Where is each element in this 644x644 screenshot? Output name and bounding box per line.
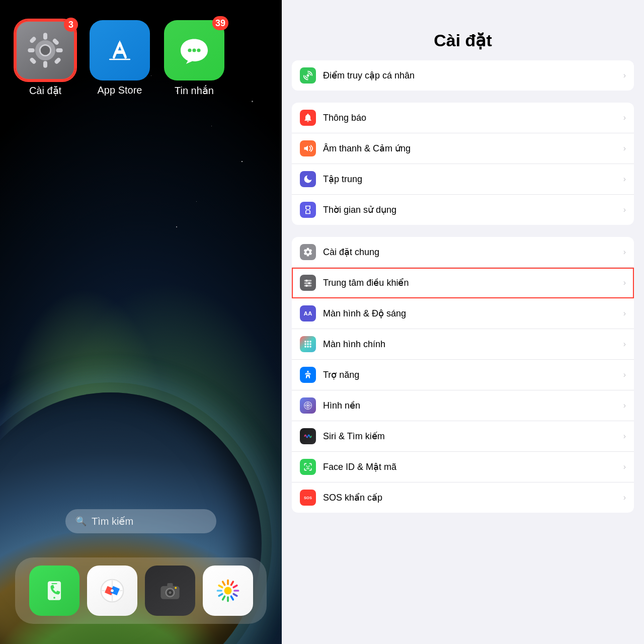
hotspot-chevron: ›	[623, 71, 626, 80]
hourglass-svg	[303, 205, 313, 215]
group-notifications: Thông báo › Âm thanh & Cảm ứng ›	[292, 103, 634, 225]
row-notifications[interactable]: Thông báo ›	[292, 103, 634, 133]
faceid-label: Face ID & Mật mã	[323, 461, 616, 472]
photos-icon	[214, 577, 242, 605]
appstore-app[interactable]: A App Store	[90, 20, 150, 97]
settings-app-icon[interactable]: 3	[15, 20, 75, 80]
svg-point-15	[192, 48, 196, 52]
row-sounds[interactable]: Âm thanh & Cảm ứng ›	[292, 133, 634, 164]
row-siri[interactable]: Siri & Tìm kiếm ›	[292, 421, 634, 452]
group-general: Cài đặt chung ›	[292, 237, 634, 513]
svg-rect-34	[233, 590, 239, 592]
row-faceid[interactable]: Face ID & Mật mã ›	[292, 452, 634, 482]
settings-badge: 3	[64, 18, 78, 32]
focus-icon	[300, 171, 316, 187]
camera-icon	[156, 577, 184, 605]
svg-rect-41	[217, 584, 223, 589]
siri-svg	[303, 431, 313, 441]
dock-phone[interactable]	[29, 566, 79, 616]
settings-app[interactable]: 3 Cài đặt	[15, 20, 75, 97]
notifications-label: Thông báo	[323, 113, 616, 123]
svg-point-43	[307, 74, 309, 77]
display-icon: AA	[300, 305, 316, 321]
row-homescreen[interactable]: Màn hình chính ›	[292, 329, 634, 360]
svg-rect-45	[304, 282, 312, 284]
sos-svg: SOS	[303, 493, 313, 503]
section-notifications: Thông báo › Âm thanh & Cảm ứng ›	[292, 103, 634, 225]
hotspot-label: Điểm truy cập cá nhân	[323, 70, 616, 81]
svg-rect-53	[309, 341, 311, 342]
svg-rect-52	[307, 341, 308, 342]
phone-icon	[40, 577, 68, 605]
dock-camera[interactable]	[145, 566, 195, 616]
svg-rect-57	[304, 346, 306, 347]
row-display[interactable]: AA Màn hình & Độ sáng ›	[292, 298, 634, 329]
accessibility-chevron: ›	[623, 370, 626, 379]
row-sos[interactable]: SOS SOS khẩn cấp ›	[292, 482, 634, 513]
settings-header: Cài đặt	[282, 0, 644, 60]
screentime-icon	[300, 202, 316, 218]
sounds-chevron: ›	[623, 144, 626, 153]
siri-label: Siri & Tìm kiếm	[323, 431, 616, 442]
svg-rect-4	[56, 48, 62, 52]
svg-rect-32	[229, 581, 234, 587]
home-screen: 3 Cài đặt	[0, 0, 282, 644]
appstore-logo: A	[102, 32, 138, 68]
focus-chevron: ›	[623, 175, 626, 184]
search-bar[interactable]: 🔍 Tìm kiếm	[65, 509, 216, 533]
faceid-chevron: ›	[623, 462, 626, 471]
section-general: Cài đặt chung ›	[292, 237, 634, 513]
row-general[interactable]: Cài đặt chung ›	[292, 237, 634, 268]
svg-point-16	[197, 48, 200, 52]
svg-point-29	[175, 587, 177, 589]
svg-rect-37	[227, 596, 229, 602]
sos-icon: SOS	[300, 490, 316, 506]
gear-icon	[25, 30, 65, 70]
dock-photos[interactable]	[203, 566, 253, 616]
row-accessibility[interactable]: Trợ năng ›	[292, 360, 634, 390]
accessibility-icon	[300, 367, 316, 383]
row-wallpaper[interactable]: Hình nền ›	[292, 390, 634, 421]
moon-svg	[303, 174, 313, 184]
svg-rect-44	[304, 280, 312, 281]
homescreen-svg	[303, 339, 313, 349]
hotspot-svg	[303, 70, 313, 80]
svg-point-18	[53, 597, 55, 599]
faceid-icon	[300, 459, 316, 475]
svg-point-49	[305, 285, 307, 287]
search-icon: 🔍	[75, 516, 87, 527]
svg-rect-46	[304, 285, 312, 286]
svg-rect-33	[232, 584, 238, 589]
row-screentime[interactable]: Thời gian sử dụng ›	[292, 195, 634, 225]
sos-label: SOS khẩn cấp	[323, 492, 616, 503]
row-hotspot[interactable]: Điểm truy cập cá nhân ›	[292, 60, 634, 91]
toggle-svg	[303, 278, 313, 288]
svg-point-28	[169, 591, 172, 594]
row-controlcenter[interactable]: Trung tâm điều khiển ›	[292, 268, 634, 298]
svg-rect-58	[307, 346, 308, 347]
screentime-chevron: ›	[623, 205, 626, 214]
homescreen-icon	[300, 336, 316, 352]
display-label: Màn hình & Độ sáng	[323, 308, 616, 319]
svg-rect-39	[217, 593, 223, 597]
bell-svg	[303, 113, 313, 123]
svg-rect-1	[43, 33, 47, 39]
svg-rect-35	[232, 593, 238, 597]
svg-point-48	[308, 282, 310, 284]
appstore-app-label: App Store	[98, 85, 142, 96]
notifications-chevron: ›	[623, 113, 626, 122]
dock-safari[interactable]	[87, 566, 137, 616]
svg-rect-5	[29, 36, 37, 44]
messages-app-icon[interactable]: 39	[164, 20, 224, 80]
gear-small-svg	[303, 247, 313, 257]
messages-app[interactable]: 39 Tin nhắn	[164, 20, 224, 97]
focus-label: Tập trung	[323, 174, 616, 185]
svg-rect-17	[51, 583, 57, 584]
row-focus[interactable]: Tập trung ›	[292, 164, 634, 195]
search-bar-label: Tìm kiếm	[92, 515, 133, 527]
faceid-svg	[303, 462, 313, 472]
controlcenter-chevron: ›	[623, 278, 626, 287]
appstore-app-icon[interactable]: A	[90, 20, 150, 80]
messages-app-label: Tin nhắn	[175, 85, 214, 97]
dock	[15, 557, 267, 624]
